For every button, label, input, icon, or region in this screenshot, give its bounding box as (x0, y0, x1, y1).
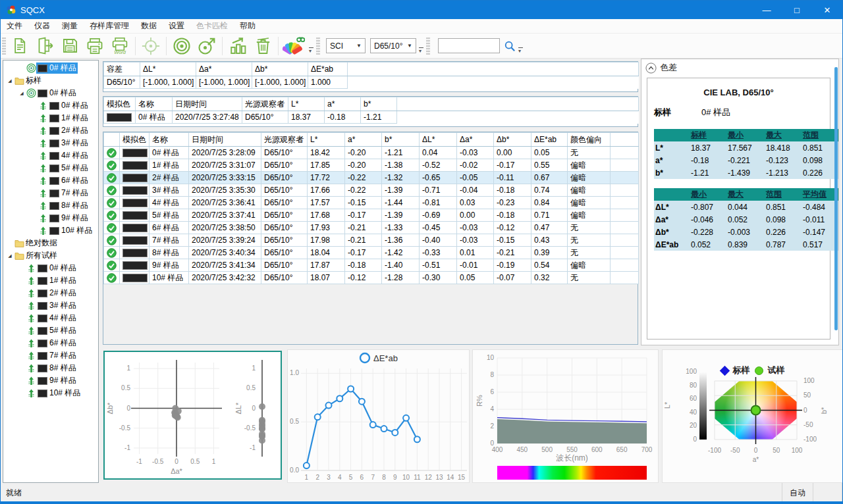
sample-arrow-icon (26, 351, 36, 361)
tree-item[interactable]: 6# 样品 (3, 174, 98, 187)
sci-dropdown[interactable]: SCI▼ (326, 38, 366, 53)
tree-item[interactable]: 绝对数据 (3, 237, 98, 249)
sample-arrow-icon (26, 288, 36, 298)
chart-dab-dl-scatter[interactable]: -1-1-0.5-0.5000.50.511Δb*Δa*-1-0.500.51Δ… (103, 351, 282, 480)
sample-row[interactable]: 7# 样品2020/7/25 3:39:24D65/10°17.98-0.21-… (104, 234, 639, 247)
sample-row[interactable]: 10# 样品2020/7/25 3:42:32D65/10°18.07-0.12… (104, 272, 639, 284)
expander-icon[interactable]: ◢ (6, 253, 14, 259)
measure-standard-button[interactable] (169, 35, 194, 57)
tree-item[interactable]: 6# 样品 (3, 337, 98, 349)
tree-item[interactable]: 5# 样品 (3, 324, 98, 337)
standard-row[interactable]: 0# 样品2020/7/25 3:27:48D65/10°18.37-0.18-… (104, 111, 639, 124)
toolbar-overflow-icon[interactable]: ▾ (419, 47, 423, 54)
svg-text:Δa*: Δa* (171, 467, 182, 475)
menu-item[interactable]: 仪器 (28, 19, 56, 33)
chart-deab-trend[interactable]: 0.00.51.0123456789101112131415ΔE*ab (287, 349, 470, 483)
tree-item[interactable]: 2# 样品 (3, 287, 98, 299)
tree-item[interactable]: 3# 样品 (3, 299, 98, 312)
color-cards-button[interactable] (281, 35, 306, 57)
lab-delta-header (654, 188, 690, 201)
report-chart-button[interactable] (225, 35, 250, 57)
collapse-icon[interactable] (645, 63, 657, 74)
sample-row[interactable]: 2# 样品2020/7/25 3:33:15D65/10°17.72-0.22-… (104, 172, 639, 184)
app-window: SQCX — □ ✕ 文件仪器测量存样库管理数据设置色卡匹检帮助 Word ▾ … (0, 0, 843, 504)
illuminant-dropdown[interactable]: D65/10°▼ (370, 38, 416, 53)
tree-item[interactable]: 9# 样品 (3, 374, 98, 387)
minimize-button[interactable]: — (751, 1, 782, 19)
tolerance-cell[interactable]: 1.000 (308, 76, 348, 89)
status-empty-cell (813, 483, 842, 503)
tree-item[interactable]: ◢所有试样 (3, 249, 98, 262)
delete-button[interactable] (250, 35, 275, 57)
save-button[interactable] (57, 35, 82, 57)
lab-abs-row: a*-0.18-0.221-0.1230.098 (654, 154, 838, 166)
tolerance-cell[interactable]: [-1.000, 1.000] (140, 76, 196, 89)
close-button[interactable]: ✕ (812, 1, 842, 19)
menu-item[interactable]: 文件 (1, 19, 28, 33)
tree-item[interactable]: 7# 样品 (3, 187, 98, 199)
tree-item[interactable]: 1# 样品 (3, 112, 98, 124)
menu-item[interactable]: 帮助 (234, 19, 261, 33)
sample-row[interactable]: 1# 样品2020/7/25 3:31:07D65/10°17.85-0.20-… (104, 159, 639, 172)
toolbar-overflow-icon[interactable]: ▾ (518, 47, 523, 54)
tree-item[interactable]: 9# 样品 (3, 212, 98, 224)
sample-row[interactable]: 8# 样品2020/7/25 3:40:34D65/10°18.04-0.17-… (104, 247, 639, 259)
tree-item[interactable]: 10# 样品 (3, 387, 98, 399)
scrollbar[interactable] (834, 67, 838, 330)
tree-item[interactable]: 1# 样品 (3, 274, 98, 287)
auto-button[interactable]: 自动 (782, 483, 813, 503)
tolerance-cell[interactable]: D65/10° (104, 76, 140, 89)
sample-row[interactable]: 5# 样品2020/7/25 3:37:41D65/10°17.68-0.17-… (104, 209, 639, 222)
tree-item[interactable]: 8# 样品 (3, 362, 98, 374)
chart-color-gamut[interactable]: 标样试样100806040200L*100500-50-100b*-100-50… (662, 349, 843, 483)
tree-item[interactable]: ◢0# 样品 (3, 87, 98, 99)
tolerance-header: Δb* (252, 63, 308, 76)
tree-item[interactable]: 0# 样品 (3, 99, 98, 112)
standard-table-panel: 模拟色名称日期时间光源观察者L*a*b*0# 样品2020/7/25 3:27:… (103, 96, 638, 127)
tree-item[interactable]: 8# 样品 (3, 199, 98, 212)
color-swatch (122, 274, 148, 282)
tree-item[interactable]: 3# 样品 (3, 137, 98, 149)
export-button[interactable] (32, 35, 57, 57)
tree-item[interactable]: 4# 样品 (3, 149, 98, 162)
menu-item[interactable]: 色卡匹检 (190, 19, 234, 33)
tree-item[interactable]: 2# 样品 (3, 124, 98, 137)
search-input[interactable] (438, 38, 500, 53)
print-button[interactable] (82, 35, 107, 57)
sample-arrow-icon (26, 276, 36, 286)
menu-item[interactable]: 设置 (163, 19, 190, 33)
standard-target-icon (26, 63, 36, 73)
sample-row[interactable]: 3# 样品2020/7/25 3:35:30D65/10°17.66-0.22-… (104, 184, 639, 197)
tree-item[interactable]: 0# 样品 (3, 262, 98, 274)
tolerance-cell[interactable]: [-1.000, 1.000] (252, 76, 308, 89)
search-icon[interactable] (504, 40, 516, 52)
svg-text:10: 10 (487, 354, 495, 361)
svg-text:5: 5 (349, 474, 353, 481)
new-file-icon (11, 37, 29, 55)
menu-item[interactable]: 存样库管理 (84, 19, 135, 33)
color-swatch (107, 113, 132, 122)
expander-icon[interactable]: ◢ (6, 78, 14, 84)
tolerance-cell[interactable]: [-1.000, 1.000] (196, 76, 252, 89)
sample-row[interactable]: 4# 样品2020/7/25 3:36:41D65/10°17.57-0.15-… (104, 197, 639, 209)
title-bar: SQCX — □ ✕ (1, 1, 842, 19)
tree-item[interactable]: 4# 样品 (3, 312, 98, 324)
sample-row[interactable]: 9# 样品2020/7/25 3:41:34D65/10°17.87-0.18-… (104, 259, 639, 272)
sample-header: 模拟色 (120, 133, 150, 147)
tree-item[interactable]: 5# 样品 (3, 162, 98, 174)
measure-sample-button[interactable] (194, 35, 219, 57)
menu-item[interactable]: 测量 (56, 19, 84, 33)
chart-spectral-reflectance[interactable]: 0246810400450500550600650700R%波长(nm) (472, 349, 659, 483)
tree-item[interactable]: ◢标样 (3, 74, 98, 87)
menu-item[interactable]: 数据 (135, 19, 163, 33)
sample-row[interactable]: 0# 样品2020/7/25 3:28:09D65/10°18.42-0.20-… (104, 147, 639, 159)
maximize-button[interactable]: □ (782, 1, 812, 19)
expander-icon[interactable]: ◢ (18, 91, 26, 96)
print-word-button[interactable]: Word (107, 35, 132, 57)
tree-item[interactable]: 0# 样品 (3, 62, 98, 74)
sample-row[interactable]: 6# 样品2020/7/25 3:38:50D65/10°17.93-0.21-… (104, 222, 639, 234)
new-file-button[interactable] (7, 35, 32, 57)
tree-item[interactable]: 10# 样品 (3, 224, 98, 237)
toolbar-overflow-icon[interactable]: ▾ (309, 47, 313, 54)
tree-item[interactable]: 7# 样品 (3, 349, 98, 362)
